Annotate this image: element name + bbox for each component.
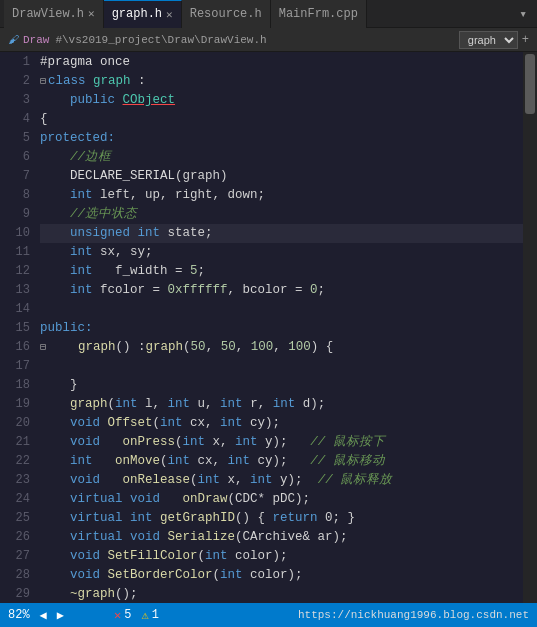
- code-line-22: int onMove(int cx, int cy); // 鼠标移动: [40, 452, 523, 471]
- line-num-27: 27: [0, 547, 30, 566]
- code-line-18: }: [40, 376, 523, 395]
- code-area[interactable]: #pragma once⊟class graph : public CObjec…: [36, 52, 523, 603]
- toolbar: 🖌 Draw #\vs2019_project\Draw\DrawView.h …: [0, 28, 537, 52]
- code-line-4: {: [40, 110, 523, 129]
- tab-resource[interactable]: Resource.h: [182, 0, 271, 28]
- line-num-25: 25: [0, 509, 30, 528]
- line-numbers: 1234567891011121314151617181920212223242…: [0, 52, 36, 603]
- line-num-16: 16: [0, 338, 30, 357]
- code-line-9: //选中状态: [40, 205, 523, 224]
- line-num-4: 4: [0, 110, 30, 129]
- tab-mainfrm[interactable]: MainFrm.cpp: [271, 0, 367, 28]
- nav-left-icon[interactable]: ◀: [40, 608, 47, 623]
- toolbar-draw-label: Draw: [23, 34, 49, 46]
- line-num-18: 18: [0, 376, 30, 395]
- line-num-28: 28: [0, 566, 30, 585]
- tab-drawview[interactable]: DrawView.h ✕: [4, 0, 104, 28]
- url-text: https://nickhuang1996.blog.csdn.net: [298, 609, 529, 621]
- line-num-7: 7: [0, 167, 30, 186]
- code-line-14: [40, 300, 523, 319]
- tab-mainfrm-label: MainFrm.cpp: [279, 7, 358, 21]
- code-line-2: ⊟class graph :: [40, 72, 523, 91]
- warning-count: 1: [152, 608, 159, 622]
- code-line-1: #pragma once: [40, 53, 523, 72]
- code-line-23: void onRelease(int x, int y); // 鼠标释放: [40, 471, 523, 490]
- line-num-23: 23: [0, 471, 30, 490]
- code-line-7: DECLARE_SERIAL(graph): [40, 167, 523, 186]
- code-line-11: int sx, sy;: [40, 243, 523, 262]
- code-line-16: ⊟ graph() :graph(50, 50, 100, 100) {: [40, 338, 523, 357]
- code-line-17: [40, 357, 523, 376]
- error-count-area: ✕ 5: [114, 608, 131, 623]
- line-num-26: 26: [0, 528, 30, 547]
- code-line-6: //边框: [40, 148, 523, 167]
- code-line-26: virtual void Serialize(CArchive& ar);: [40, 528, 523, 547]
- class-dropdown[interactable]: graph: [459, 31, 518, 49]
- line-num-13: 13: [0, 281, 30, 300]
- tab-graph-close[interactable]: ✕: [166, 8, 173, 21]
- code-line-29: ~graph();: [40, 585, 523, 603]
- line-num-8: 8: [0, 186, 30, 205]
- editor: 1234567891011121314151617181920212223242…: [0, 52, 537, 603]
- line-num-20: 20: [0, 414, 30, 433]
- line-num-10: 10: [0, 224, 30, 243]
- line-num-29: 29: [0, 585, 30, 603]
- line-num-9: 9: [0, 205, 30, 224]
- line-num-11: 11: [0, 243, 30, 262]
- line-num-6: 6: [0, 148, 30, 167]
- tab-graph-label: graph.h: [112, 7, 162, 21]
- scroll-thumb[interactable]: [525, 54, 535, 114]
- code-line-13: int fcolor = 0xffffff, bcolor = 0;: [40, 281, 523, 300]
- tab-graph[interactable]: graph.h ✕: [104, 0, 182, 28]
- code-line-21: void onPress(int x, int y); // 鼠标按下: [40, 433, 523, 452]
- warning-icon: ⚠: [142, 608, 149, 623]
- plus-button[interactable]: +: [522, 33, 529, 47]
- line-num-2: 2: [0, 72, 30, 91]
- code-line-8: int left, up, right, down;: [40, 186, 523, 205]
- error-icon: ✕: [114, 608, 121, 623]
- line-num-3: 3: [0, 91, 30, 110]
- tab-bar: DrawView.h ✕ graph.h ✕ Resource.h MainFr…: [0, 0, 537, 28]
- code-line-3: public CObject: [40, 91, 523, 110]
- tab-drawview-label: DrawView.h: [12, 7, 84, 21]
- error-count: 5: [124, 608, 131, 622]
- warning-count-area: ⚠ 1: [142, 608, 159, 623]
- app-container: DrawView.h ✕ graph.h ✕ Resource.h MainFr…: [0, 0, 537, 627]
- code-line-27: void SetFillColor(int color);: [40, 547, 523, 566]
- line-num-12: 12: [0, 262, 30, 281]
- line-num-22: 22: [0, 452, 30, 471]
- code-line-20: void Offset(int cx, int cy);: [40, 414, 523, 433]
- code-line-15: public:: [40, 319, 523, 338]
- code-line-28: void SetBorderColor(int color);: [40, 566, 523, 585]
- code-line-12: int f_width = 5;: [40, 262, 523, 281]
- tab-overflow[interactable]: ▾: [513, 6, 533, 22]
- line-num-24: 24: [0, 490, 30, 509]
- nav-right-icon[interactable]: ▶: [57, 608, 64, 623]
- line-num-14: 14: [0, 300, 30, 319]
- code-line-19: graph(int l, int u, int r, int d);: [40, 395, 523, 414]
- code-line-10: unsigned int state;: [40, 224, 523, 243]
- line-num-21: 21: [0, 433, 30, 452]
- draw-icon: 🖌: [8, 33, 19, 46]
- line-num-15: 15: [0, 319, 30, 338]
- line-num-19: 19: [0, 395, 30, 414]
- tab-resource-label: Resource.h: [190, 7, 262, 21]
- zoom-level: 82%: [8, 608, 30, 622]
- status-bar: 82% ◀ ▶ ✕ 5 ⚠ 1 https://nickhuang1996.bl…: [0, 603, 537, 627]
- code-line-24: virtual void onDraw(CDC* pDC);: [40, 490, 523, 509]
- line-num-5: 5: [0, 129, 30, 148]
- code-line-5: protected:: [40, 129, 523, 148]
- breadcrumb-path: #\vs2019_project\Draw\DrawView.h: [55, 34, 266, 46]
- tab-drawview-close[interactable]: ✕: [88, 7, 95, 20]
- line-num-17: 17: [0, 357, 30, 376]
- line-num-1: 1: [0, 53, 30, 72]
- scrollbar[interactable]: [523, 52, 537, 603]
- code-line-25: virtual int getGraphID() { return 0; }: [40, 509, 523, 528]
